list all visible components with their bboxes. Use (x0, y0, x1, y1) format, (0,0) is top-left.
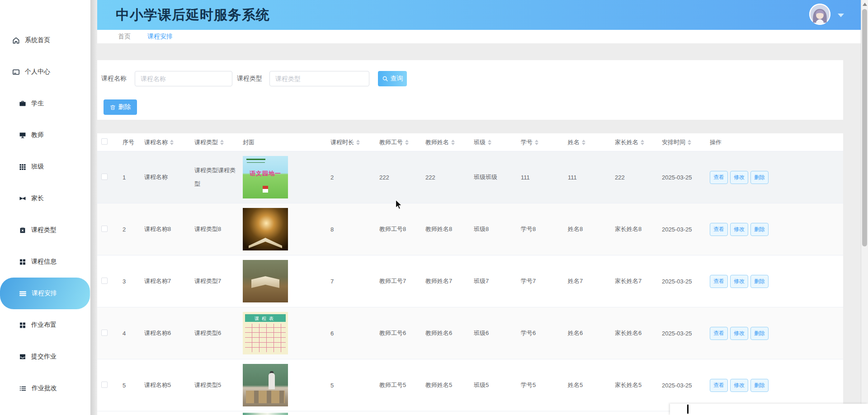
row-select-cell (97, 330, 123, 337)
sidebar-item-system-home[interactable]: 系统首页 (0, 24, 90, 56)
course-name-input[interactable] (135, 71, 232, 86)
bowtie-icon (19, 195, 26, 202)
column-header-student-name[interactable]: 姓名 (568, 138, 615, 146)
column-header-student-id[interactable]: 学号 (521, 138, 568, 146)
cell-parent-name: 家长姓名6 (615, 329, 662, 337)
cell-duration: 7 (330, 278, 379, 285)
sidebar-item-students[interactable]: 学生 (0, 88, 90, 119)
app-title: 中小学课后延时服务系统 (116, 0, 270, 30)
edit-button[interactable]: 修改 (730, 223, 748, 236)
cell-schedule-time: 2025-03-25 (662, 226, 710, 233)
cell-student-name: 111 (568, 174, 615, 181)
course-cover-image (243, 260, 288, 302)
column-header-wrap: 课程时长 (330, 138, 360, 146)
main-content: 中小学课后延时服务系统 首页 课程安排 课程名称 课程类型 (97, 0, 861, 415)
query-button[interactable]: 查询 (378, 71, 407, 86)
sort-caret-icon[interactable] (356, 140, 360, 145)
cell-teacher-name: 222 (425, 174, 474, 181)
cell-student-id: 学号7 (521, 277, 568, 285)
edit-button[interactable]: 修改 (730, 327, 748, 340)
column-header-schedule-time[interactable]: 安排时间 (662, 138, 710, 146)
delete-row-button[interactable]: 删除 (750, 171, 769, 184)
sidebar-item-homework-review[interactable]: 作业批改 (0, 373, 90, 404)
delete-row-button[interactable]: 删除 (750, 275, 769, 288)
sort-caret-icon[interactable] (451, 140, 455, 145)
list-check-icon (19, 385, 27, 392)
edit-button[interactable]: 修改 (730, 275, 748, 288)
sidebar-item-parents[interactable]: 家长 (0, 183, 90, 214)
column-header-duration[interactable]: 课程时长 (330, 138, 379, 146)
row-checkbox[interactable] (101, 278, 108, 284)
sidebar-item-teachers[interactable]: 教师 (0, 119, 90, 151)
sort-caret-icon[interactable] (535, 140, 538, 145)
cover-title-text: 语文园地一 (250, 170, 281, 178)
user-dropdown-caret-icon[interactable] (838, 14, 844, 17)
column-header-teacher-id[interactable]: 教师工号 (379, 138, 425, 146)
row-checkbox[interactable] (101, 382, 108, 388)
cell-no: 2 (123, 226, 144, 233)
cell-teacher-id: 教师工号5 (379, 381, 425, 389)
page-scrollbar[interactable] (861, 0, 868, 415)
cell-student-id: 学号6 (521, 329, 568, 337)
scrollbar-up-arrow-icon[interactable] (863, 3, 867, 6)
tab-home[interactable]: 首页 (118, 33, 131, 41)
row-checkbox[interactable] (101, 226, 108, 232)
sort-caret-icon[interactable] (170, 140, 174, 145)
sidebar-item-personal-center[interactable]: 个人中心 (0, 56, 90, 88)
delete-row-button[interactable]: 删除 (750, 223, 769, 236)
sort-caret-icon[interactable] (641, 140, 644, 145)
scrollbar-thumb[interactable] (862, 9, 867, 246)
sidebar-item-course-types[interactable]: 课程类型 (0, 214, 90, 246)
view-button[interactable]: 查看 (710, 327, 728, 340)
sidebar-item-homework-assign[interactable]: 作业布置 (0, 309, 90, 341)
cell-course-name: 课程名称5 (144, 381, 194, 389)
sidebar-item-course-schedule[interactable]: 课程安排 (0, 278, 90, 309)
course-type-input[interactable] (269, 71, 369, 86)
cell-class-name: 班级5 (474, 381, 521, 389)
sort-caret-icon[interactable] (688, 140, 691, 145)
sidebar-item-homework-submit[interactable]: 提交作业 (0, 341, 90, 373)
cell-class-name: 班级6 (474, 329, 521, 337)
squares-icon (19, 321, 26, 329)
sort-caret-icon[interactable] (405, 140, 409, 145)
edit-button[interactable]: 修改 (730, 171, 748, 184)
row-checkbox[interactable] (101, 330, 108, 336)
sort-caret-icon[interactable] (220, 140, 224, 145)
delete-row-button[interactable]: 删除 (750, 327, 769, 340)
sort-caret-icon[interactable] (488, 140, 491, 145)
user-avatar[interactable] (809, 4, 830, 25)
column-header-teacher-name[interactable]: 教师姓名 (425, 138, 474, 146)
column-header-wrap: 教师工号 (379, 138, 409, 146)
row-select-cell (97, 278, 123, 285)
edit-button[interactable]: 修改 (730, 379, 748, 392)
sidebar-item-course-info[interactable]: 课程信息 (0, 246, 90, 278)
column-header-class-name[interactable]: 班级 (474, 138, 521, 146)
cell-duration: 8 (330, 226, 379, 233)
column-header-course-type[interactable]: 课程类型 (194, 138, 243, 146)
column-header-label: 教师姓名 (425, 138, 449, 146)
query-button-label: 查询 (391, 75, 403, 83)
view-button[interactable]: 查看 (710, 379, 728, 392)
cell-parent-name: 222 (615, 174, 662, 181)
column-header-wrap: 操作 (710, 138, 722, 146)
column-header-label: 操作 (710, 138, 722, 146)
user-menu[interactable] (809, 4, 844, 25)
row-checkbox[interactable] (101, 174, 108, 180)
delete-row-button[interactable]: 删除 (750, 379, 769, 392)
cell-parent-name: 家长姓名5 (615, 381, 662, 389)
view-button[interactable]: 查看 (710, 223, 728, 236)
sort-caret-icon[interactable] (582, 140, 585, 145)
cell-cover: 语文园地一 (243, 156, 330, 198)
cell-teacher-name: 教师姓名7 (425, 277, 474, 285)
column-header-parent-name[interactable]: 家长姓名 (615, 138, 662, 146)
cell-course-type: 课程类型课程类型 (194, 164, 243, 191)
select-all-checkbox[interactable] (101, 138, 108, 145)
batch-delete-button[interactable]: 删除 (104, 99, 137, 115)
sidebar-item-label: 家长 (31, 194, 44, 203)
tab-course-schedule[interactable]: 课程安排 (147, 33, 173, 41)
sidebar-item-classes[interactable]: 班级 (0, 151, 90, 183)
column-header-course-name[interactable]: 课程名称 (144, 138, 194, 146)
cell-teacher-name: 教师姓名8 (425, 225, 474, 233)
view-button[interactable]: 查看 (710, 171, 728, 184)
view-button[interactable]: 查看 (710, 275, 728, 288)
